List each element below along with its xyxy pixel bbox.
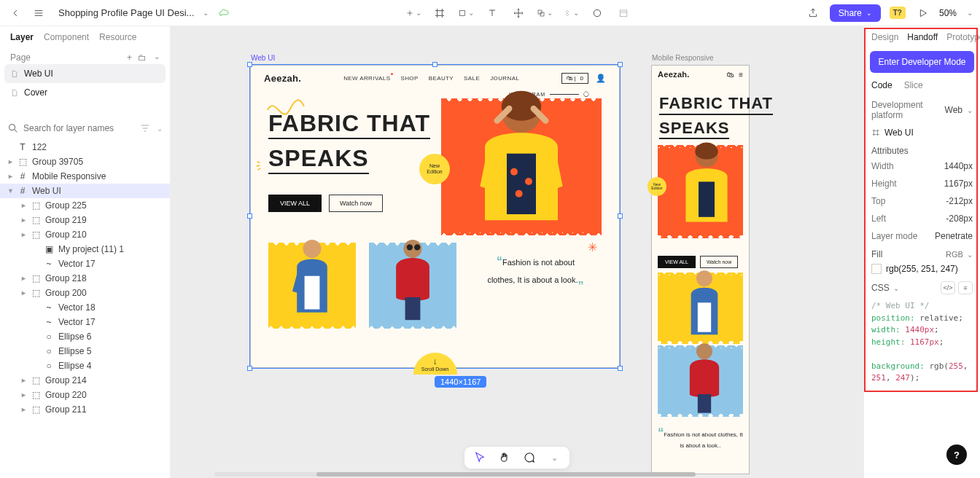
fill-swatch[interactable] [871, 264, 882, 274]
boolean-icon[interactable]: ⌄ [537, 5, 553, 21]
layer-item[interactable]: ►⬚Group 225 [0, 198, 170, 213]
doc-title-chevron-icon[interactable]: ⌄ [203, 9, 209, 17]
brand-logo-mobile[interactable]: Aeezah. [658, 70, 690, 79]
horizontal-scrollbar[interactable] [214, 472, 674, 477]
export-icon[interactable] [805, 5, 821, 21]
layer-item[interactable]: T122 [0, 140, 170, 154]
layer-item[interactable]: ▣My project (11) 1 [0, 242, 170, 256]
tf-badge[interactable]: T? [890, 7, 906, 19]
twist-icon[interactable]: ► [20, 202, 26, 209]
page-item-cover[interactable]: Cover [0, 83, 170, 102]
layer-item[interactable]: ►⬚Group 218 [0, 271, 170, 286]
css-code-block[interactable]: /* Web UI */ position: relative; width: … [864, 296, 980, 389]
cloud-sync-icon[interactable] [216, 5, 232, 21]
frame-icon[interactable] [432, 5, 448, 21]
layer-item[interactable]: ►⬚Group 219 [0, 213, 170, 227]
calendar-icon[interactable] [615, 5, 631, 21]
layer-item[interactable]: ○Ellipse 6 [0, 329, 170, 344]
account-icon[interactable]: 👤 [596, 74, 606, 83]
layer-item[interactable]: ►⬚Group 220 [0, 388, 170, 402]
hand-tool-icon[interactable] [498, 451, 511, 464]
brand-logo[interactable]: Aeezah. [264, 73, 301, 84]
canvas[interactable]: Web UI Aeezah. NEW ARRIVALS SHOP BEAUTY … [171, 26, 863, 478]
tab-component[interactable]: Component [44, 32, 89, 42]
layer-item[interactable]: ►⬚Group 214 [0, 373, 170, 388]
view-all-button[interactable]: VIEW ALL [268, 195, 322, 212]
list-view-icon[interactable]: ≡ [958, 281, 973, 294]
search-collapse-icon[interactable]: ⌄ [157, 125, 163, 133]
nav-beauty[interactable]: BEAUTY [429, 75, 454, 82]
tab-handoff[interactable]: Handoff [907, 32, 938, 42]
css-header[interactable]: CSS [871, 283, 890, 293]
layer-item[interactable]: ►⬚Group 210 [0, 227, 170, 242]
nav-sale[interactable]: SALE [464, 75, 480, 82]
move-icon[interactable] [510, 5, 526, 21]
layer-item[interactable]: ~Vector 18 [0, 300, 170, 315]
layer-item[interactable]: ▼#Web UI [0, 184, 170, 198]
twist-icon[interactable]: ► [20, 289, 26, 297]
comment-tool-icon[interactable] [523, 451, 536, 464]
twist-icon[interactable]: ► [20, 216, 26, 224]
cart-icon-mobile[interactable]: 🛍 [727, 71, 734, 79]
layer-kind-icon: ⬚ [31, 230, 41, 240]
filter-icon[interactable] [139, 122, 151, 134]
document-title[interactable]: Shopping Profile Page UI Desi... [58, 7, 194, 18]
zoom-level[interactable]: 50% [939, 8, 957, 18]
search-input[interactable] [23, 123, 135, 133]
help-button[interactable]: ? [946, 444, 967, 465]
twist-icon[interactable]: ► [20, 391, 26, 399]
tab-prototype[interactable]: Prototype [946, 32, 980, 42]
instagram-icon[interactable]: ◯ [583, 91, 590, 97]
subtab-slice[interactable]: Slice [904, 80, 923, 90]
menu-icon-mobile[interactable]: ≡ [739, 71, 743, 79]
twist-icon[interactable]: ► [20, 377, 26, 384]
watch-now-button[interactable]: Watch now [329, 195, 383, 212]
layer-item[interactable]: ►⬚Group 211 [0, 402, 170, 417]
component-icon[interactable]: ⌄ [563, 5, 579, 21]
twist-icon[interactable]: ► [7, 158, 13, 165]
add-icon[interactable]: ⌄ [405, 5, 421, 21]
layer-item[interactable]: ►#Mobile Responsive [0, 169, 170, 184]
code-view-icon[interactable]: </> [941, 281, 955, 294]
layer-item[interactable]: ►⬚Group 200 [0, 286, 170, 300]
shape-icon[interactable]: ⌄ [458, 5, 474, 21]
nav-journal[interactable]: JOURNAL [490, 75, 519, 82]
layer-item[interactable]: ►⬚Group 39705 [0, 154, 170, 169]
subtab-code[interactable]: Code [871, 80, 892, 90]
folder-icon[interactable]: 🗀 [138, 52, 147, 63]
layer-item[interactable]: ~Vector 17 [0, 256, 170, 271]
nav-new-arrivals[interactable]: NEW ARRIVALS [343, 75, 390, 82]
twist-icon[interactable]: ► [20, 406, 26, 413]
enter-developer-mode-button[interactable]: Enter Developer Mode [870, 51, 974, 73]
cart-button[interactable]: 🛍 | 0 [561, 73, 588, 84]
tab-layer[interactable]: Layer [10, 32, 34, 42]
svg-rect-20 [698, 394, 711, 413]
cursor-tool-icon[interactable] [473, 451, 486, 464]
layer-item[interactable]: ○Ellipse 4 [0, 358, 170, 373]
scroll-down-button[interactable]: Scroll Down [413, 353, 457, 375]
twist-icon[interactable]: ► [20, 231, 26, 238]
collapse-page-icon[interactable]: ⌄ [154, 52, 160, 63]
text-icon[interactable] [484, 5, 500, 21]
play-icon[interactable] [914, 5, 930, 21]
artboard-label-web[interactable]: Web UI [251, 54, 275, 62]
menu-icon[interactable] [31, 5, 47, 21]
share-button[interactable]: Share⌄ [830, 4, 881, 22]
nav-shop[interactable]: SHOP [400, 75, 418, 82]
fill-mode-select[interactable]: RGB ⌄ [946, 250, 973, 259]
twist-icon[interactable]: ► [7, 173, 13, 180]
layer-item[interactable]: ○Ellipse 5 [0, 344, 170, 358]
ellipse-tool-icon[interactable] [589, 5, 605, 21]
platform-select[interactable]: Web⌄ [945, 105, 973, 115]
layer-kind-icon: ▣ [44, 244, 54, 254]
twist-icon[interactable]: ▼ [7, 187, 13, 195]
layer-item[interactable]: ~Vector 17 [0, 315, 170, 329]
tab-design[interactable]: Design [871, 32, 898, 42]
artboard-label-mobile[interactable]: Mobile Responsive [652, 54, 714, 62]
page-item-web-ui[interactable]: Web UI [4, 64, 166, 83]
add-page-icon[interactable]: + [127, 52, 132, 63]
toolbar-collapse-icon[interactable]: ⌄ [548, 451, 561, 464]
twist-icon[interactable]: ► [20, 275, 26, 282]
tab-resource[interactable]: Resource [99, 32, 136, 42]
back-icon[interactable] [7, 5, 23, 21]
